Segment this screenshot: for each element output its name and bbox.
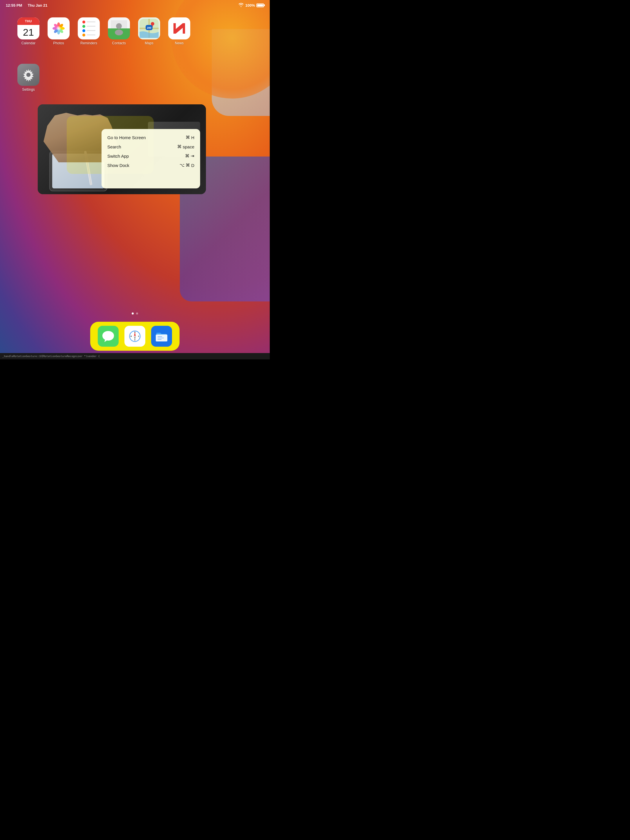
key-cmd-home: ⌘ xyxy=(186,135,190,140)
shortcut-row-search: Search ⌘ space xyxy=(107,143,194,150)
svg-point-12 xyxy=(116,23,122,29)
app-reminders-container[interactable]: Reminders xyxy=(78,17,100,45)
dock-files-icon[interactable] xyxy=(151,326,172,347)
app-grid-row2: Settings xyxy=(17,64,40,92)
shortcut-label-search: Search xyxy=(107,144,121,149)
dock-safari-icon[interactable]: N S W E xyxy=(124,326,145,347)
status-left: 12:55 PM Thu Jan 21 xyxy=(6,3,47,8)
shortcut-overlay: Go to Home Screen ⌘ H Search ⌘ space Swi… xyxy=(38,104,206,194)
news-label: News xyxy=(175,41,184,45)
shortcut-label-dock: Show Dock xyxy=(107,163,129,168)
app-contacts-container[interactable]: Contacts xyxy=(108,17,130,45)
svg-rect-36 xyxy=(157,336,162,337)
settings-label: Settings xyxy=(22,88,35,92)
app-news-container[interactable]: News xyxy=(168,17,190,45)
key-cmd-dock: ⌘ xyxy=(186,163,190,168)
svg-point-22 xyxy=(26,73,30,77)
battery-percent: 100% xyxy=(245,3,255,8)
settings-icon xyxy=(17,64,40,86)
page-dot-1 xyxy=(132,313,134,314)
calendar-day-number: 21 xyxy=(23,25,34,39)
shortcut-row-dock: Show Dock ⌥ ⌘ D xyxy=(107,161,194,169)
calendar-label: Calendar xyxy=(21,41,36,45)
wifi-icon xyxy=(238,3,244,8)
key-d-dock: D xyxy=(191,163,194,168)
shortcut-keys-home: ⌘ H xyxy=(186,135,194,140)
battery-icon xyxy=(256,3,264,7)
shortcut-label-switch: Switch App xyxy=(107,154,129,159)
page-dot-2 xyxy=(136,313,138,314)
maps-label: Maps xyxy=(145,41,153,45)
shortcut-label-home: Go to Home Screen xyxy=(107,135,146,140)
svg-rect-38 xyxy=(157,339,161,340)
photos-label: Photos xyxy=(53,41,64,45)
maps-icon: 280 xyxy=(138,17,160,39)
reminders-label: Reminders xyxy=(80,41,97,45)
calendar-icon: THU 21 xyxy=(17,17,40,39)
key-opt-dock: ⌥ xyxy=(180,163,184,168)
app-grid-row1: THU 21 Calendar Photos xyxy=(17,17,190,45)
svg-text:W: W xyxy=(131,335,132,337)
contacts-icon xyxy=(108,17,130,39)
dock-messages-icon[interactable] xyxy=(98,326,119,347)
app-settings-container[interactable]: Settings xyxy=(17,64,40,92)
key-h: H xyxy=(191,135,194,140)
key-cmd-search: ⌘ xyxy=(177,144,182,149)
status-bar: 12:55 PM Thu Jan 21 100% xyxy=(0,0,270,10)
app-photos-container[interactable]: Photos xyxy=(47,17,70,45)
status-time: 12:55 PM xyxy=(6,3,22,8)
status-right: 100% xyxy=(238,3,264,8)
svg-point-13 xyxy=(115,30,123,35)
shortcut-row-home: Go to Home Screen ⌘ H xyxy=(107,134,194,141)
calendar-day-label: THU xyxy=(17,17,40,25)
page-indicators xyxy=(132,313,138,314)
key-space: space xyxy=(183,144,194,149)
shortcut-row-switch: Switch App ⌘ ⇥ xyxy=(107,152,194,160)
reminders-inner xyxy=(80,18,98,39)
battery-indicator: 100% xyxy=(245,3,264,8)
key-tab: ⇥ xyxy=(191,153,194,159)
debug-text: _handleRotationGesture:(UIRotationGestur… xyxy=(2,355,100,358)
dock: N S W E xyxy=(90,322,180,351)
svg-text:N: N xyxy=(134,331,135,333)
debug-bar: _handleRotationGesture:(UIRotationGestur… xyxy=(0,353,270,359)
app-calendar-container[interactable]: THU 21 Calendar xyxy=(17,17,40,45)
key-cmd-switch: ⌘ xyxy=(185,153,189,159)
svg-point-9 xyxy=(57,26,61,30)
app-maps-container[interactable]: 280 Maps xyxy=(138,17,160,45)
svg-rect-37 xyxy=(157,338,164,338)
status-date: Thu Jan 21 xyxy=(28,3,47,8)
news-icon xyxy=(168,17,190,39)
shortcut-keys-dock: ⌥ ⌘ D xyxy=(180,163,194,168)
shortcut-card: Go to Home Screen ⌘ H Search ⌘ space Swi… xyxy=(101,129,200,188)
shortcut-keys-search: ⌘ space xyxy=(177,144,194,149)
reminders-icon xyxy=(78,17,100,39)
photos-icon xyxy=(47,17,70,39)
contacts-label: Contacts xyxy=(112,41,126,45)
svg-text:280: 280 xyxy=(147,26,151,29)
shortcut-keys-switch: ⌘ ⇥ xyxy=(185,153,194,159)
